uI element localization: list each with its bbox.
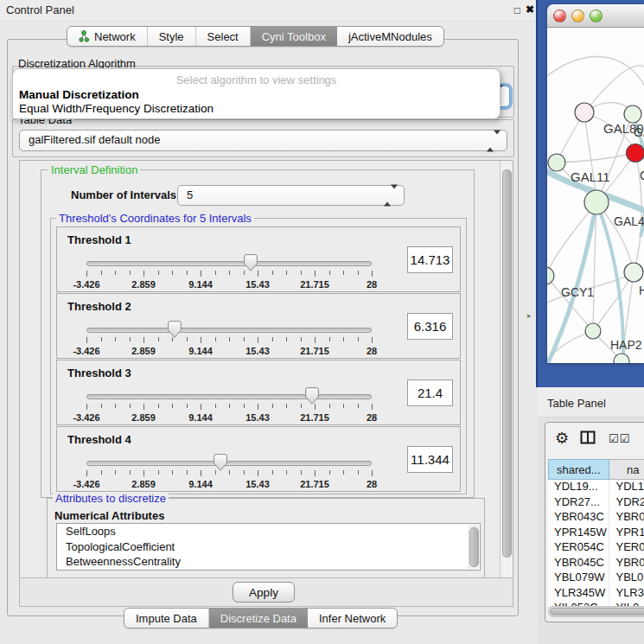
table-row: YPR145WYPR1 (548, 526, 644, 541)
tab-infer-network[interactable]: Infer Network (308, 609, 397, 628)
threshold-4-slider-tick-labels: -3.4262.8599.14415.4321.71528 (86, 479, 372, 489)
threshold-3-slider-track[interactable] (86, 394, 372, 399)
table-header-row: shared...na (548, 459, 644, 480)
network-edge (557, 153, 635, 163)
threshold-1-value-field[interactable]: 14.713 (407, 246, 453, 273)
close-icon[interactable]: ✖ (526, 3, 534, 16)
threshold-2-slider-thumb[interactable] (168, 321, 182, 338)
threshold-panel-3: Threshold 3-3.4262.8599.14415.4321.71528… (56, 360, 461, 425)
threshold-3-value-field[interactable]: 21.4 (407, 379, 453, 406)
attribute-item-betweennesscentrality[interactable]: BetweennessCentrality (57, 554, 480, 570)
table-cell[interactable]: YBR0 (609, 556, 644, 571)
tab-cyni-toolbox[interactable]: Cyni Toolbox (251, 27, 337, 46)
network-node[interactable] (627, 144, 644, 163)
network-node[interactable] (624, 105, 641, 123)
tick-label: 15.43 (245, 412, 270, 423)
table-cell[interactable]: YLR3 (609, 586, 644, 602)
tab-select[interactable]: Select (196, 27, 251, 46)
network-node[interactable] (585, 323, 601, 339)
threshold-1-slider-track[interactable] (86, 261, 372, 266)
table-cell[interactable]: YER0 (609, 540, 644, 556)
tab-discretize-data[interactable]: Discretize Data (209, 609, 308, 628)
interval-definition-group-label: Interval Definition (48, 163, 140, 176)
threshold-3-slider-thumb[interactable] (305, 387, 319, 405)
close-light-icon[interactable] (553, 10, 566, 22)
attribute-item-selfloops[interactable]: SelfLoops (57, 524, 480, 539)
tick-label: 28 (367, 412, 377, 423)
network-canvas[interactable]: GAL80GACGAL11GAL4GCY1HHAP2 (547, 28, 644, 363)
tick-label: -3.426 (73, 279, 99, 290)
table-row: YBR045CYBR0 (548, 556, 644, 571)
table-cell[interactable]: YER054C (548, 540, 609, 556)
node-label-gal11: GAL11 (571, 169, 610, 184)
tab-network-label: Network (94, 30, 136, 43)
tab-style[interactable]: Style (148, 27, 196, 46)
threshold-4-slider-thumb[interactable] (214, 454, 227, 471)
tick-label: 21.715 (300, 279, 329, 290)
threshold-4-value-field[interactable]: 11.344 (407, 446, 453, 473)
network-node[interactable] (584, 190, 609, 214)
table-cell[interactable]: YLR345W (548, 586, 609, 602)
network-node[interactable] (547, 267, 554, 284)
gear-icon[interactable]: ⚙ (555, 429, 569, 448)
splitter-collapse-arrow[interactable]: ▸ (527, 311, 532, 320)
attribute-item-topologicalcoefficient[interactable]: TopologicalCoefficient (57, 539, 480, 555)
table-cell[interactable]: YDL1 (609, 480, 644, 495)
threshold-panel-1: Threshold 1-3.4262.8599.14415.4321.71528… (56, 226, 461, 292)
numerical-attributes-list[interactable]: SelfLoopsTopologicalCoefficientBetweenne… (56, 523, 481, 571)
table-cell[interactable]: YDL19... (548, 480, 609, 495)
network-graph: GAL80GACGAL11GAL4GCY1HHAP2 (547, 28, 644, 363)
table-row: YDR27...YDR2 (548, 495, 644, 511)
network-node[interactable] (548, 154, 565, 171)
popup-item-manual-discretization[interactable]: Manual Discretization (16, 87, 143, 102)
network-node[interactable] (624, 263, 643, 282)
tick-label: 15.43 (245, 279, 270, 290)
number-of-intervals-combobox[interactable]: 5 (177, 185, 405, 206)
column-header-na[interactable]: na (609, 459, 644, 480)
combo-stepper-icon (384, 189, 398, 202)
table-cell[interactable]: YDR2 (609, 495, 644, 511)
table-cell[interactable]: YDR27... (548, 495, 609, 511)
table-cell[interactable]: YPR145W (548, 526, 609, 541)
node-label-ga: GA (634, 125, 644, 139)
column-layout-icon[interactable] (580, 430, 596, 444)
minimize-light-icon[interactable] (571, 10, 584, 22)
threshold-1-slider-thumb[interactable] (244, 254, 258, 271)
threshold-4-label: Threshold 4 (67, 433, 131, 446)
attributes-list-scrollbar[interactable] (468, 525, 479, 569)
tick-label: 9.144 (188, 479, 213, 489)
select-columns-icons[interactable]: ☑☑ (609, 432, 630, 445)
table-cell[interactable]: YBL0 (609, 571, 644, 586)
threshold-3-slider-ticks (86, 404, 372, 411)
network-icon (79, 30, 89, 42)
control-panel-title: Control Panel (6, 3, 74, 16)
zoom-light-icon[interactable] (590, 10, 603, 22)
table-cell[interactable]: YBR0 (609, 510, 644, 526)
float-window-icon[interactable]: □ (514, 4, 520, 16)
threshold-4-slider-track[interactable] (86, 461, 372, 466)
threshold-3-slider-tick-labels: -3.4262.8599.14415.4321.71528 (86, 412, 372, 423)
interval-definition-group: Interval Definition Number of Intervals … (41, 169, 475, 498)
table-horizontal-scrollbar[interactable] (548, 606, 644, 617)
table-cell[interactable]: YBR045C (548, 556, 609, 571)
tick-label: 9.144 (188, 279, 213, 290)
table-data-combobox[interactable]: galFiltered.sif default node (19, 130, 507, 151)
table-cell[interactable]: YBL079W (548, 571, 609, 586)
tab-network[interactable]: Network (67, 27, 148, 46)
table-cell[interactable]: YBR043C (548, 510, 609, 526)
network-node[interactable] (575, 103, 594, 122)
table-cell[interactable]: YPR1 (609, 526, 644, 541)
thresholds-group: Threshold's Coordinates for 5 Intervals … (50, 218, 467, 494)
algorithm-placeholder: Select algorithm to view settings (13, 73, 500, 86)
tick-label: 2.859 (131, 479, 156, 489)
tab-impute-data[interactable]: Impute Data (124, 609, 209, 628)
tab-jactivemnodules[interactable]: jActiveMNodules (337, 27, 443, 46)
tab-style-label: Style (159, 30, 184, 43)
column-header-shared[interactable]: shared... (548, 459, 609, 480)
tick-label: 15.43 (245, 479, 270, 489)
threshold-2-slider-track[interactable] (86, 328, 372, 333)
apply-button[interactable]: Apply (233, 582, 295, 603)
popup-item-equal-width-frequency-discretization[interactable]: Equal Width/Frequency Discretization (16, 101, 217, 116)
threshold-2-value-field[interactable]: 6.316 (407, 313, 453, 340)
settings-vertical-scrollbar[interactable] (500, 161, 513, 578)
